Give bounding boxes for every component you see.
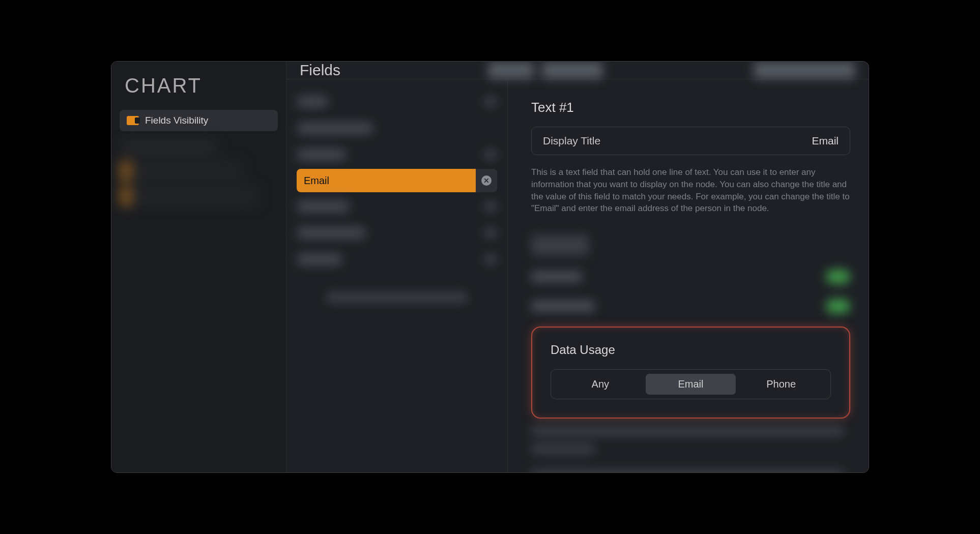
field-label: Email: [304, 175, 329, 187]
app-title: CHART: [120, 72, 278, 110]
sidebar-item-fields-visibility[interactable]: Fields Visibility: [120, 110, 278, 131]
close-icon: ✕: [481, 175, 492, 186]
sidebar-item-label: Fields Visibility: [145, 115, 208, 126]
data-usage-title: Data Usage: [551, 343, 831, 357]
data-usage-section: Data Usage Any Email Phone: [531, 327, 850, 419]
field-list-footer-blurred: [297, 292, 497, 303]
display-title-label: Display Title: [543, 135, 600, 147]
topbar-blurred-controls: [340, 62, 855, 79]
segment-any[interactable]: Any: [555, 374, 646, 395]
field-row-blurred: [297, 221, 497, 245]
segment-phone[interactable]: Phone: [736, 374, 826, 395]
fields-icon: [127, 116, 139, 125]
field-description: This is a text field that can hold one l…: [531, 166, 850, 215]
data-usage-segmented-control[interactable]: Any Email Phone: [551, 369, 831, 399]
field-row-email[interactable]: Email ✕: [297, 169, 497, 192]
page-title: Fields: [300, 62, 340, 79]
segment-email[interactable]: Email: [646, 374, 736, 395]
field-row-blurred: [297, 116, 497, 140]
sidebar: CHART Fields Visibility: [111, 62, 286, 472]
field-remove-button[interactable]: ✕: [476, 169, 497, 192]
display-title-field[interactable]: Display Title Email: [531, 127, 850, 155]
field-list: Email ✕: [286, 79, 508, 473]
content-area: Email ✕: [286, 79, 869, 473]
detail-panel: Text #1 Display Title Email This is a te…: [508, 79, 869, 473]
main-panel: Fields Email: [286, 62, 869, 472]
topbar: Fields: [286, 62, 869, 79]
detail-heading: Text #1: [531, 100, 850, 115]
field-row-blurred: [297, 247, 497, 272]
sidebar-blurred-content: [120, 140, 278, 206]
field-row-blurred: [297, 90, 497, 114]
blurred-settings: [531, 235, 850, 315]
display-title-value: Email: [812, 135, 839, 147]
field-row-blurred: [297, 142, 497, 167]
app-window: CHART Fields Visibility Fields: [111, 61, 869, 473]
blurred-bottom-content: [531, 426, 850, 473]
field-row-blurred: [297, 194, 497, 219]
